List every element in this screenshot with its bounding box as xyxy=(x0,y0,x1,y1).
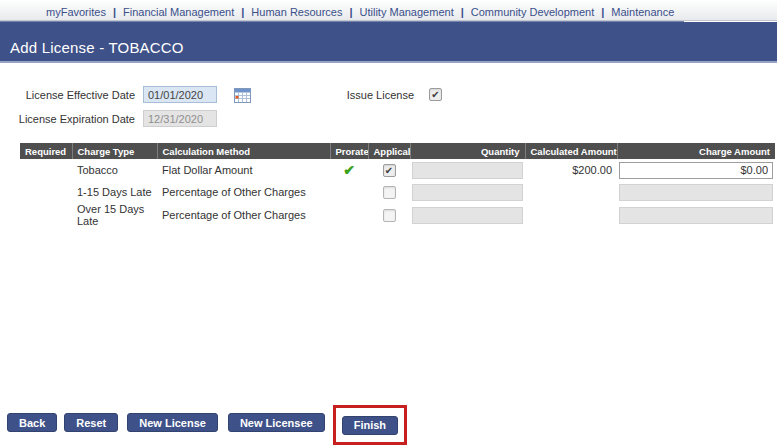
page-title: Add License - TOBACCO xyxy=(10,39,184,56)
table-row-over-15-days-late: Over 15 Days Late Percentage of Other Ch… xyxy=(20,203,775,227)
quantity-input xyxy=(412,207,523,224)
calculation-method-cell: Flat Dollar Amount xyxy=(157,159,330,181)
quantity-cell xyxy=(410,159,525,181)
header-required: Required xyxy=(20,143,72,159)
header-calculation-method: Calculation Method xyxy=(157,143,330,159)
effective-date-label: License Effective Date xyxy=(0,89,135,101)
quantity-cell xyxy=(410,181,525,203)
menu-item-maintenance[interactable]: Maintenance xyxy=(611,6,674,18)
applicable-cell xyxy=(368,203,410,227)
calculation-method-cell: Percentage of Other Charges xyxy=(157,181,330,203)
quantity-cell xyxy=(410,203,525,227)
reset-button[interactable]: Reset xyxy=(64,413,118,432)
header-applicable: Applicable xyxy=(368,143,410,159)
applicable-cell xyxy=(368,181,410,203)
calculation-method-cell: Percentage of Other Charges xyxy=(157,203,330,227)
header-charge-amount: Charge Amount xyxy=(617,143,775,159)
charge-type-cell: Tobacco xyxy=(72,159,157,181)
menu-separator: | xyxy=(241,6,244,18)
menu-separator: | xyxy=(349,6,352,18)
issue-license-checkbox[interactable]: ✔ xyxy=(429,88,442,101)
header-charge-type: Charge Type xyxy=(72,143,157,159)
menu-separator: | xyxy=(113,6,116,18)
calculated-amount-cell xyxy=(525,203,617,227)
charge-amount-cell xyxy=(617,159,775,181)
prorate-cell xyxy=(330,203,368,227)
check-icon: ✔ xyxy=(431,89,439,100)
effective-date-row: License Effective Date Issue License ✔ xyxy=(0,84,777,105)
menu-item-utility-management[interactable]: Utility Management xyxy=(360,6,454,18)
header-prorate: Prorate xyxy=(330,143,368,159)
charge-amount-cell xyxy=(617,181,775,203)
menu-item-financial-management[interactable]: Financial Management xyxy=(123,6,234,18)
finish-button[interactable]: Finish xyxy=(342,416,398,435)
new-license-button[interactable]: New License xyxy=(127,413,218,432)
applicable-checkbox[interactable]: ✔ xyxy=(383,164,396,177)
applicable-cell: ✔ xyxy=(368,159,410,181)
prorate-check-icon: ✔ xyxy=(343,162,355,178)
charge-amount-cell xyxy=(617,203,775,227)
menu-row: myFavorites|Financial Management|Human R… xyxy=(0,0,684,23)
calculated-amount-cell xyxy=(525,181,617,203)
required-cell xyxy=(20,203,72,227)
header-calculated-amount: Calculated Amount xyxy=(525,143,617,159)
new-licensee-button[interactable]: New Licensee xyxy=(228,413,325,432)
charge-type-cell: 1-15 Days Late xyxy=(72,181,157,203)
effective-date-input[interactable] xyxy=(143,86,217,103)
table-row-1-15-days-late: 1-15 Days Late Percentage of Other Charg… xyxy=(20,181,775,203)
top-menu-bar: myFavorites|Financial Management|Human R… xyxy=(0,0,777,21)
license-form: License Effective Date Issue License ✔ L… xyxy=(0,84,777,132)
menu-item-myfavorites[interactable]: myFavorites xyxy=(46,6,106,18)
table-header-row: Required Charge Type Calculation Method … xyxy=(20,143,775,159)
quantity-input xyxy=(412,184,523,201)
calendar-icon xyxy=(234,87,251,103)
calculated-amount-cell: $200.00 xyxy=(525,159,617,181)
issue-license-label: Issue License xyxy=(321,89,414,101)
header-quantity: Quantity xyxy=(410,143,525,159)
expiration-date-row: License Expiration Date xyxy=(0,108,777,129)
menu-separator: | xyxy=(601,6,604,18)
menu-separator: | xyxy=(461,6,464,18)
quantity-input xyxy=(412,162,523,179)
applicable-checkbox[interactable] xyxy=(383,209,396,222)
back-button[interactable]: Back xyxy=(7,413,57,432)
title-band: Add License - TOBACCO xyxy=(0,22,777,63)
check-icon: ✔ xyxy=(385,165,393,176)
expiration-date-label: License Expiration Date xyxy=(0,113,135,125)
charge-amount-input[interactable] xyxy=(619,162,773,179)
prorate-cell xyxy=(330,181,368,203)
button-bar: Back Reset New License New Licensee Fini… xyxy=(7,405,407,445)
menu-item-community-development[interactable]: Community Development xyxy=(471,6,595,18)
expiration-date-input xyxy=(143,110,217,127)
prorate-cell: ✔ xyxy=(330,159,368,181)
menu-item-human-resources[interactable]: Human Resources xyxy=(251,6,342,18)
required-cell xyxy=(20,159,72,181)
calendar-button[interactable] xyxy=(233,87,251,103)
applicable-checkbox[interactable] xyxy=(383,186,396,199)
charges-table: Required Charge Type Calculation Method … xyxy=(20,143,775,227)
finish-highlight-box: Finish xyxy=(333,405,407,445)
charge-amount-input xyxy=(619,207,773,224)
required-cell xyxy=(20,181,72,203)
charge-amount-input xyxy=(619,184,773,201)
table-row-tobacco: Tobacco Flat Dollar Amount ✔ ✔ $200.00 xyxy=(20,159,775,181)
charge-type-cell: Over 15 Days Late xyxy=(72,203,157,227)
